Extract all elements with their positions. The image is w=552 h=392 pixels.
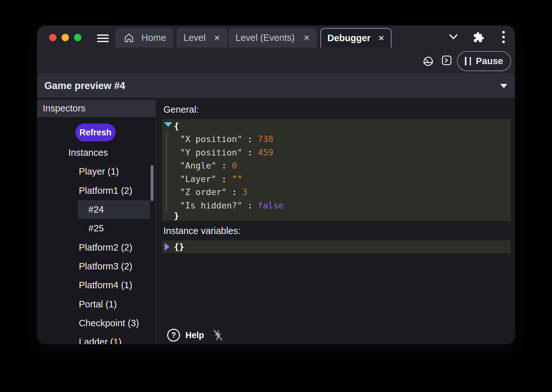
property-key: "X position": [180, 134, 242, 144]
json-open-brace: {: [174, 120, 179, 132]
instance-variables-label: Instance variables:: [163, 226, 241, 236]
expand-expander-icon[interactable]: [165, 243, 169, 251]
help-icon[interactable]: ?: [167, 329, 180, 342]
key-value-separator: :: [227, 187, 242, 197]
property-value: 3: [242, 187, 247, 197]
tab-label: Home: [141, 33, 166, 43]
sidebar-item-portal-1[interactable]: Portal (1): [37, 295, 155, 313]
chevron-down-icon[interactable]: [449, 34, 458, 40]
close-window-button[interactable]: [49, 34, 56, 41]
sidebar-item-player-1[interactable]: Player (1): [37, 162, 155, 181]
sidebar-item-label: Portal (1): [79, 299, 117, 310]
key-value-separator: :: [242, 134, 258, 144]
sidebar-scrollbar-thumb[interactable]: [151, 165, 153, 201]
tab-close-icon[interactable]: ✕: [303, 34, 310, 42]
game-preview-title: Game preview #4: [44, 73, 125, 98]
property-value: 0: [232, 161, 237, 170]
debugger-content: Inspectors Refresh InstancesPlayer (1)Pl…: [37, 98, 515, 344]
property-value: 459: [258, 147, 273, 157]
minimize-window-button[interactable]: [62, 34, 69, 41]
tab-close-icon[interactable]: ✕: [378, 34, 384, 42]
indent-guide-line: [166, 132, 167, 212]
tab-home[interactable]: Home: [115, 28, 174, 48]
app-window: HomeLevel✕Level (Events)✕Debugger✕: [37, 26, 515, 344]
flash-off-icon[interactable]: [212, 329, 224, 342]
sidebar-item-platform1-2[interactable]: Platform1 (2): [37, 181, 155, 200]
home-icon: [123, 33, 134, 43]
tab-level-events[interactable]: Level (Events)✕: [228, 28, 317, 48]
property-key: "Is hidden?": [180, 200, 242, 210]
property-value: "": [232, 174, 242, 184]
property-key: "Z order": [180, 187, 227, 197]
property-key: "Y position": [180, 147, 242, 157]
general-properties-json: { "X position" : 738"Y position" : 459"A…: [162, 119, 511, 221]
general-section-label: General:: [163, 104, 199, 115]
key-value-separator: :: [216, 174, 232, 184]
refresh-button[interactable]: Refresh: [75, 124, 116, 141]
inspectors-header: Inspectors: [37, 100, 155, 117]
profiler-gauge-icon[interactable]: [423, 56, 433, 66]
property-rows: "X position" : 738"Y position" : 459"Ang…: [180, 132, 284, 212]
pause-button-label: Pause: [476, 56, 503, 66]
key-value-separator: :: [242, 200, 258, 210]
traffic-lights: [49, 34, 81, 41]
kebab-menu-icon[interactable]: [502, 31, 505, 43]
game-preview-selector[interactable]: Game preview #4: [37, 73, 515, 98]
property-layer: "Layer" : "": [180, 172, 284, 186]
sidebar-item-label: Ladder (1): [79, 337, 122, 344]
tab-debugger[interactable]: Debugger✕: [320, 28, 392, 48]
sidebar-item-checkpoint-3[interactable]: Checkpoint (3): [37, 314, 155, 333]
sidebar-item-label: Platform2 (2): [79, 242, 132, 253]
pause-button[interactable]: Pause: [457, 51, 511, 71]
empty-object-braces: {}: [174, 240, 184, 253]
instance-variables-json: {}: [162, 240, 511, 253]
json-close-brace: }: [174, 212, 179, 221]
property-value: false: [258, 200, 284, 210]
maximize-window-button[interactable]: [74, 34, 81, 41]
inspector-detail-panel: General: { "X position" : 738"Y position…: [156, 98, 515, 344]
sidebar-item-24[interactable]: #24: [37, 200, 155, 219]
hamburger-menu-icon[interactable]: [97, 34, 109, 42]
sidebar-item-instances[interactable]: Instances: [37, 143, 155, 162]
dropdown-caret-icon: [500, 84, 507, 88]
sidebar-item-platform2-2[interactable]: Platform2 (2): [37, 238, 155, 257]
tab-bar: HomeLevel✕Level (Events)✕Debugger✕: [115, 28, 392, 48]
screen-background: HomeLevel✕Level (Events)✕Debugger✕: [0, 0, 552, 392]
extensions-puzzle-icon[interactable]: [473, 32, 484, 43]
sidebar-item-ladder-1[interactable]: Ladder (1): [37, 333, 155, 344]
property-key: "Angle": [180, 161, 216, 170]
property-is-hidden: "Is hidden?" : false: [180, 199, 284, 212]
sidebar-item-label: Checkpoint (3): [79, 318, 139, 328]
sidebar-item-label: Platform3 (2): [79, 261, 132, 272]
collapse-expander-icon[interactable]: [164, 122, 172, 127]
tab-label: Level (Events): [235, 33, 295, 43]
property-value: 738: [258, 134, 273, 144]
sidebar-item-label: Platform1 (2): [79, 185, 132, 196]
help-label: Help: [185, 330, 204, 340]
sidebar-item-label: Platform4 (1): [79, 280, 132, 290]
tab-level[interactable]: Level✕: [176, 28, 227, 48]
inspectors-sidebar: Inspectors Refresh InstancesPlayer (1)Pl…: [37, 98, 155, 344]
sidebar-item-platform3-2[interactable]: Platform3 (2): [37, 257, 155, 276]
pause-icon: [465, 57, 471, 65]
property-key: "Layer": [180, 174, 216, 184]
instances-tree: InstancesPlayer (1)Platform1 (2)#24#25Pl…: [37, 143, 155, 344]
sidebar-item-25[interactable]: #25: [37, 219, 155, 238]
property-z-order: "Z order" : 3: [180, 185, 284, 199]
key-value-separator: :: [216, 161, 232, 170]
sidebar-item-label: Player (1): [79, 166, 119, 177]
property-y-position: "Y position" : 459: [180, 146, 284, 159]
tab-close-icon[interactable]: ✕: [214, 34, 220, 42]
tab-label: Debugger: [327, 33, 370, 43]
property-x-position: "X position" : 738: [180, 132, 284, 146]
sidebar-item-label: #25: [88, 223, 104, 234]
key-value-separator: :: [242, 147, 258, 157]
window-chrome: HomeLevel✕Level (Events)✕Debugger✕: [37, 26, 515, 73]
sidebar-item-platform4-1[interactable]: Platform4 (1): [37, 276, 155, 295]
help-footer: ? Help: [167, 329, 224, 342]
tab-label: Level: [183, 33, 205, 43]
console-icon[interactable]: [442, 56, 451, 65]
sidebar-item-label: #24: [88, 204, 104, 215]
property-angle: "Angle" : 0: [180, 159, 284, 172]
sidebar-item-label: Instances: [68, 147, 108, 158]
